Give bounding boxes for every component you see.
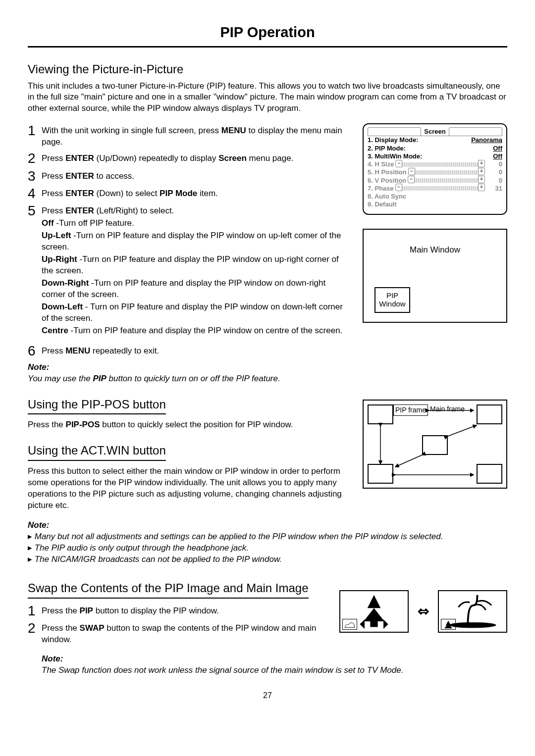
actwin-bullets: Many but not all adjustments and setting… [28, 531, 507, 565]
main-window-label: Main Window [364, 245, 506, 256]
pip-slot-bl [368, 464, 393, 484]
step-number: 1 [28, 123, 42, 148]
osd-screen-menu: Screen 1. Display Mode:Panorama2. PIP Mo… [363, 123, 507, 214]
note-text: The Swap function does not work unless t… [42, 665, 507, 676]
svg-marker-9 [383, 619, 388, 629]
pip-position-map: PIP frame Main frame [363, 400, 507, 489]
section-heading-pippos: Using the PIP-POS button [28, 397, 166, 414]
svg-marker-5 [367, 595, 380, 608]
pip-slot-tl [368, 404, 393, 424]
osd-slider [409, 170, 484, 175]
swap-frame-right [438, 590, 507, 633]
section-viewing-pip: Viewing the Picture-in-Picture This unit… [28, 61, 507, 385]
pip-frame-label: PIP frame [393, 404, 428, 416]
intro-paragraph: This unit includes a two-tuner Picture-i… [28, 81, 507, 115]
osd-row: 7. Phase31 [368, 185, 502, 193]
svg-point-10 [449, 622, 496, 628]
swap-arrow-icon: ⇔ [418, 602, 429, 621]
osd-slider [396, 162, 484, 167]
step-text: Press ENTER to access. [42, 169, 352, 183]
step-text: Press MENU repeatedly to exit. [42, 344, 352, 358]
step-number: 2 [28, 621, 42, 646]
swap-pip-thumb [342, 619, 357, 630]
note-text: You may use the PIP button to quickly tu… [28, 373, 352, 385]
section-heading: Viewing the Picture-in-Picture [28, 61, 507, 77]
pip-window-label: PIP Window [374, 287, 410, 313]
osd-row: 8. Auto Sync [368, 193, 502, 201]
svg-marker-8 [360, 619, 365, 629]
swap-frame-left [339, 590, 409, 633]
step-text: Press the PIP button to display the PIP … [42, 604, 328, 618]
svg-rect-7 [370, 618, 377, 627]
osd-row: 6. V Position0 [368, 177, 502, 185]
step-text: Press ENTER (Down) to select PIP Mode it… [42, 186, 352, 201]
step-number: 5 [28, 203, 42, 336]
section-heading-actwin: Using the ACT.WIN button [28, 443, 166, 460]
step-text: Press ENTER (Up/Down) repeatedly to disp… [42, 151, 352, 165]
swap-pip-thumb [441, 619, 456, 630]
osd-slider [408, 178, 484, 183]
svg-line-3 [448, 425, 477, 436]
osd-row: 1. Display Mode:Panorama [368, 136, 502, 144]
osd-row: 2. PIP Mode:Off [368, 145, 502, 152]
note-heading: Note: [42, 654, 507, 665]
step-number: 6 [28, 344, 42, 358]
pippos-text: Press the PIP-POS button to quickly sele… [28, 419, 352, 431]
step-number: 2 [28, 151, 42, 165]
osd-row: 4. H Size0 [368, 160, 502, 168]
step-text: Press the SWAP button to swap the conten… [42, 621, 328, 646]
pip-slot-br [477, 464, 502, 484]
page-number: 27 [28, 690, 507, 701]
swap-diagram: ⇔ [339, 590, 507, 633]
step-text: Press ENTER (Left/Right) to select. Off … [42, 203, 352, 336]
osd-row: 5. H Position0 [368, 168, 502, 176]
section-heading-swap: Swap the Contents of the PIP Image and M… [28, 580, 309, 598]
main-frame-label: Main frame [430, 404, 465, 414]
actwin-text: Press this button to select either the m… [28, 466, 352, 511]
step-text: With the unit working in single full scr… [42, 123, 352, 148]
osd-row: 3. MultiWin Mode:Off [368, 152, 502, 160]
svg-marker-12 [444, 624, 452, 628]
pip-layout-diagram: Main Window PIP Window [363, 229, 507, 323]
osd-slider [396, 186, 484, 191]
note-heading: Note: [28, 520, 507, 531]
osd-title: Screen [368, 127, 502, 136]
step-number: 3 [28, 169, 42, 183]
page-title: PIP Operation [28, 23, 507, 48]
svg-line-4 [395, 455, 422, 467]
osd-row: 9. Default [368, 201, 502, 208]
step-number: 1 [28, 604, 42, 618]
pip-slot-center [422, 435, 448, 455]
note-heading: Note: [28, 362, 352, 373]
step-number: 4 [28, 186, 42, 201]
pip-slot-tr [477, 404, 502, 424]
